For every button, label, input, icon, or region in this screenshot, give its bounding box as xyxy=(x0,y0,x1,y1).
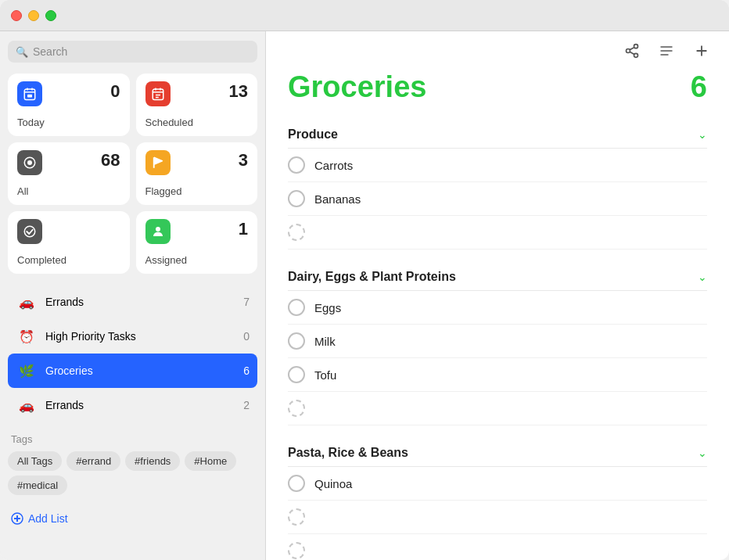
group-pasta: Pasta, Rice & Beans ⌄ Quinoa xyxy=(288,438,707,560)
tag-friends[interactable]: #friends xyxy=(125,451,180,471)
smart-card-all[interactable]: 68 All xyxy=(8,142,130,205)
close-button[interactable] xyxy=(11,10,22,21)
smart-card-flagged[interactable]: 3 Flagged xyxy=(136,142,258,205)
sidebar: 🔍 Search xyxy=(0,31,266,560)
tags-section: Tags All Tags #errand #friends #Home #me… xyxy=(8,433,257,503)
list-item-groceries[interactable]: 🌿 Groceries 6 xyxy=(8,354,257,388)
list-item-errands1[interactable]: 🚗 Errands 7 xyxy=(8,285,257,319)
search-placeholder: Search xyxy=(33,45,67,58)
errands1-icon: 🚗 xyxy=(16,291,38,313)
titlebar xyxy=(0,0,729,31)
task-eggs-name: Eggs xyxy=(314,301,341,314)
all-label: All xyxy=(17,185,120,197)
list-item-high-priority[interactable]: ⏰ High Priority Tasks 0 xyxy=(8,319,257,354)
today-icon xyxy=(17,81,42,106)
svg-point-12 xyxy=(27,160,32,165)
groceries-count: 6 xyxy=(243,364,250,377)
all-count: 68 xyxy=(101,150,120,171)
smart-card-completed[interactable]: Completed xyxy=(8,211,130,274)
add-list-icon xyxy=(11,512,23,525)
assigned-label: Assigned xyxy=(145,254,249,266)
group-produce-header[interactable]: Produce ⌄ xyxy=(288,120,707,149)
task-bananas-name: Bananas xyxy=(314,192,361,206)
all-icon xyxy=(17,150,42,175)
task-pasta-empty1-circle[interactable] xyxy=(288,508,305,526)
smart-card-today[interactable]: 0 Today xyxy=(8,74,130,136)
task-dairy-empty xyxy=(288,392,707,425)
task-carrots-name: Carrots xyxy=(314,159,353,172)
search-bar[interactable]: 🔍 Search xyxy=(8,41,257,63)
task-dairy-empty-circle[interactable] xyxy=(288,400,305,417)
main-content: 🔍 Search xyxy=(0,31,729,560)
high-priority-count: 0 xyxy=(243,330,250,343)
task-milk-circle[interactable] xyxy=(288,332,305,350)
task-quinoa: Quinoa xyxy=(288,467,707,501)
completed-icon xyxy=(17,219,42,244)
lists-section: 🚗 Errands 7 ⏰ High Priority Tasks 0 🌿 Gr… xyxy=(8,285,257,422)
main-panel: Groceries 6 Produce ⌄ Carrots Ban xyxy=(266,31,729,560)
task-milk: Milk xyxy=(288,325,707,358)
tag-home[interactable]: #Home xyxy=(185,451,236,471)
task-produce-empty xyxy=(288,216,707,249)
task-tofu-name: Tofu xyxy=(314,368,336,382)
group-dairy-header[interactable]: Dairy, Eggs & Plant Proteins ⌄ xyxy=(288,262,707,291)
today-label: Today xyxy=(17,117,120,128)
completed-label: Completed xyxy=(17,254,120,266)
task-eggs-circle[interactable] xyxy=(288,299,305,316)
menu-button[interactable] xyxy=(655,40,677,62)
errands2-icon: 🚗 xyxy=(16,394,38,416)
task-quinoa-name: Quinoa xyxy=(314,477,352,490)
task-carrots-circle[interactable] xyxy=(288,156,305,174)
task-pasta-empty2-circle[interactable] xyxy=(288,542,305,559)
task-tofu-circle[interactable] xyxy=(288,366,305,383)
smart-card-assigned[interactable]: 1 Assigned xyxy=(136,211,258,274)
scheduled-count: 13 xyxy=(229,81,248,102)
group-pasta-chevron: ⌄ xyxy=(698,447,707,459)
svg-point-14 xyxy=(156,227,160,232)
flagged-count: 3 xyxy=(239,150,248,171)
list-title: Groceries xyxy=(288,70,426,104)
group-pasta-header[interactable]: Pasta, Rice & Beans ⌄ xyxy=(288,438,707,467)
add-task-button[interactable] xyxy=(690,39,713,63)
tag-medical[interactable]: #medical xyxy=(8,476,67,495)
smart-lists-grid: 0 Today xyxy=(8,74,257,274)
smart-card-scheduled[interactable]: 13 Scheduled xyxy=(136,74,258,136)
main-scroll[interactable]: Groceries 6 Produce ⌄ Carrots Ban xyxy=(266,70,729,560)
task-tofu: Tofu xyxy=(288,358,707,392)
tag-errand[interactable]: #errand xyxy=(66,451,120,471)
flagged-label: Flagged xyxy=(145,185,249,197)
tag-all-tags[interactable]: All Tags xyxy=(8,451,62,471)
maximize-button[interactable] xyxy=(45,10,56,21)
task-quinoa-circle[interactable] xyxy=(288,475,305,492)
errands2-name: Errands xyxy=(45,399,235,411)
task-pasta-empty1 xyxy=(288,501,707,534)
scheduled-label: Scheduled xyxy=(145,117,249,128)
group-produce-name: Produce xyxy=(288,127,338,142)
tags-label: Tags xyxy=(8,433,257,445)
task-bananas: Bananas xyxy=(288,182,707,216)
groceries-icon: 🌿 xyxy=(16,360,38,382)
tags-container: All Tags #errand #friends #Home #medical xyxy=(8,451,257,495)
task-produce-empty-circle[interactable] xyxy=(288,224,305,241)
svg-point-13 xyxy=(24,226,35,237)
group-dairy-chevron: ⌄ xyxy=(698,271,707,283)
flagged-icon xyxy=(145,150,171,175)
errands1-count: 7 xyxy=(243,296,250,308)
main-toolbar xyxy=(266,31,729,70)
today-count: 0 xyxy=(110,81,120,102)
minimize-button[interactable] xyxy=(28,10,39,21)
errands1-name: Errands xyxy=(45,296,235,308)
scheduled-icon xyxy=(145,81,171,106)
list-item-errands2[interactable]: 🚗 Errands 2 xyxy=(8,388,257,422)
add-list-button[interactable]: Add List xyxy=(8,506,257,531)
task-eggs: Eggs xyxy=(288,291,707,325)
task-carrots: Carrots xyxy=(288,149,707,182)
share-button[interactable] xyxy=(621,40,643,62)
group-produce-chevron: ⌄ xyxy=(698,128,707,141)
task-bananas-circle[interactable] xyxy=(288,190,305,207)
list-total-count: 6 xyxy=(691,70,707,104)
list-header: Groceries 6 xyxy=(288,70,707,104)
assigned-icon xyxy=(145,219,171,244)
task-milk-name: Milk xyxy=(314,335,336,348)
window: 🔍 Search xyxy=(0,0,729,560)
